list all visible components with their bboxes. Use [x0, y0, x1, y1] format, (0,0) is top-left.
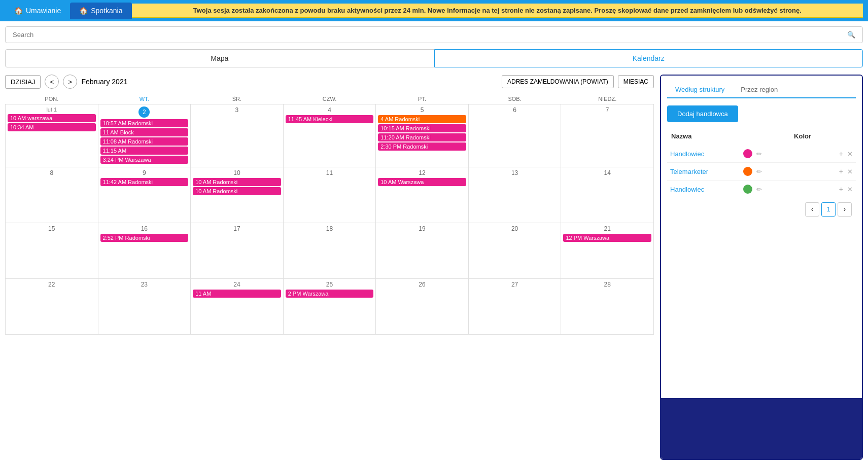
- calendar-cell[interactable]: 17: [191, 223, 284, 279]
- calendar-event[interactable]: 10 AM Warszawa: [378, 178, 466, 186]
- add-icon[interactable]: +: [839, 150, 843, 158]
- day-number: 26: [378, 281, 466, 288]
- calendar-cell[interactable]: 27: [468, 279, 561, 335]
- tab-umawianie[interactable]: 🏠 Umawianie: [5, 3, 70, 19]
- day-number: 8: [8, 169, 96, 176]
- calendar-event[interactable]: 2 PM Warszawa: [286, 290, 374, 298]
- calendar-event[interactable]: 11:08 AM Radomski: [100, 137, 189, 146]
- address-filter-button[interactable]: ADRES ZAMELDOWANIA (POWIAT): [502, 75, 614, 88]
- calendar-cell[interactable]: 911:42 AM Radomski: [98, 167, 191, 223]
- day-number: 13: [471, 169, 559, 176]
- calendar-event[interactable]: 11 AM: [193, 290, 281, 298]
- day-number: 11: [286, 169, 374, 176]
- calendar-event[interactable]: 10:57 AM Radomski: [100, 119, 189, 127]
- calendar-cell[interactable]: 26: [376, 279, 469, 335]
- day-number: 7: [563, 106, 651, 114]
- panel-tab-region[interactable]: Przez region: [733, 82, 786, 97]
- calendar-cell[interactable]: 18: [283, 223, 376, 279]
- add-icon[interactable]: +: [839, 167, 843, 175]
- search-input[interactable]: [13, 31, 847, 39]
- calendar-event[interactable]: 10 AM warszawa: [8, 114, 96, 122]
- handlowiec-name[interactable]: Handlowiec: [670, 186, 739, 193]
- panel-tabs: Według struktury Przez region: [667, 82, 856, 98]
- calendar-cell[interactable]: 19: [376, 223, 469, 279]
- calendar-event[interactable]: 3:24 PM Warszawa: [100, 156, 189, 164]
- calendar-event[interactable]: 11:45 AM Kielecki: [286, 115, 374, 123]
- calendar-cell[interactable]: 20: [468, 223, 561, 279]
- panel-tab-struktura[interactable]: Według struktury: [667, 82, 733, 98]
- add-handlowiec-button[interactable]: Dodaj handlowca: [667, 105, 738, 122]
- calendar-cell[interactable]: 23: [98, 279, 191, 335]
- calendar-cell[interactable]: 210:57 AM Radomski11 AM Block11:08 AM Ra…: [98, 104, 191, 167]
- calendar-event[interactable]: 12 PM Warszawa: [563, 234, 651, 242]
- weekday-czw: CZW.: [283, 94, 376, 104]
- calendar-event[interactable]: 11 AM Block: [100, 128, 189, 136]
- calendar-cell[interactable]: 1210 AM Warszawa: [376, 167, 469, 223]
- today-button[interactable]: DZISIAJ: [5, 75, 41, 89]
- calendar-event[interactable]: 10 AM Radomski: [193, 187, 281, 195]
- calendar-cell[interactable]: 162:52 PM Radomski: [98, 223, 191, 279]
- calendar-cell[interactable]: 54 AM Radomski10:15 AM Radomski11:20 AM …: [376, 104, 469, 167]
- page-1-button[interactable]: 1: [821, 202, 836, 217]
- day-number: 17: [193, 225, 281, 232]
- calendar-event[interactable]: 10 AM Radomski: [193, 178, 281, 186]
- day-number-prev-month: lut 1: [8, 106, 96, 113]
- handlowiec-row: Telemarketer✏+✕: [667, 163, 856, 181]
- calendar-header: DZISIAJ < > February 2021 ADRES ZAMELDOW…: [5, 75, 654, 89]
- handlowiec-name[interactable]: Handlowiec: [670, 150, 739, 158]
- remove-icon[interactable]: ✕: [847, 150, 853, 158]
- remove-icon[interactable]: ✕: [847, 186, 853, 193]
- calendar-cell[interactable]: 3: [191, 104, 284, 167]
- day-number: 15: [8, 225, 96, 232]
- calendar-cell[interactable]: 2411 AM: [191, 279, 284, 335]
- day-number: 12: [378, 169, 466, 176]
- col-name-label: Nazwa: [671, 132, 691, 140]
- add-icon[interactable]: +: [839, 185, 843, 193]
- calendar-cell[interactable]: 2112 PM Warszawa: [561, 223, 654, 279]
- calendar-cell[interactable]: 7: [561, 104, 654, 167]
- calendar-cell[interactable]: 28: [561, 279, 654, 335]
- calendar-event[interactable]: 11:42 AM Radomski: [100, 178, 189, 186]
- prev-month-button[interactable]: <: [45, 75, 59, 89]
- day-number: 4: [286, 106, 374, 114]
- calendar-cell[interactable]: lut 110 AM warszawa10:34 AM: [6, 104, 98, 167]
- calendar-cell[interactable]: 15: [6, 223, 98, 279]
- tab-spotkania[interactable]: 🏠 Spotkania: [70, 3, 131, 19]
- calendar-event[interactable]: 11:15 AM: [100, 147, 189, 155]
- tab-kalendarz[interactable]: Kalendarz: [434, 49, 863, 67]
- page-next-button[interactable]: ›: [838, 202, 852, 217]
- page-prev-button[interactable]: ‹: [805, 202, 819, 217]
- calendar-event[interactable]: 2:52 PM Radomski: [100, 234, 189, 242]
- calendar-cell[interactable]: 22: [6, 279, 98, 335]
- day-number: 28: [563, 281, 651, 288]
- edit-icon[interactable]: ✏: [756, 186, 762, 193]
- weekday-sob: SOB.: [468, 94, 561, 104]
- calendar-event[interactable]: 2:30 PM Radomski: [378, 142, 466, 151]
- calendar-event[interactable]: 10:15 AM Radomski: [378, 124, 466, 132]
- home-icon: 🏠: [14, 7, 23, 15]
- calendar-cell[interactable]: 8: [6, 167, 98, 223]
- calendar-cell[interactable]: 1010 AM Radomski10 AM Radomski: [191, 167, 284, 223]
- edit-icon[interactable]: ✏: [756, 168, 762, 175]
- remove-icon[interactable]: ✕: [847, 168, 853, 175]
- calendar-cell[interactable]: 6: [468, 104, 561, 167]
- handlowiec-name[interactable]: Telemarketer: [670, 168, 739, 175]
- calendar-cell[interactable]: 13: [468, 167, 561, 223]
- color-dot: [743, 167, 752, 176]
- search-icon: 🔍: [847, 31, 855, 39]
- month-view-button[interactable]: MIESIĄC: [618, 75, 654, 88]
- tab-mapa[interactable]: Mapa: [5, 49, 434, 67]
- day-number: 24: [193, 281, 281, 288]
- calendar-event[interactable]: 10:34 AM: [8, 123, 96, 131]
- day-number: 19: [378, 225, 466, 232]
- day-number: 23: [100, 281, 189, 288]
- calendar-cell[interactable]: 14: [561, 167, 654, 223]
- calendar-cell[interactable]: 252 PM Warszawa: [283, 279, 376, 335]
- calendar-cell[interactable]: 411:45 AM Kielecki: [283, 104, 376, 167]
- next-month-button[interactable]: >: [63, 75, 77, 89]
- calendar-event[interactable]: 4 AM Radomski: [378, 115, 466, 123]
- edit-icon[interactable]: ✏: [756, 150, 762, 158]
- calendar-event[interactable]: 11:20 AM Radomski: [378, 133, 466, 141]
- calendar-cell[interactable]: 11: [283, 167, 376, 223]
- panel-top: Według struktury Przez region Dodaj hand…: [661, 76, 862, 398]
